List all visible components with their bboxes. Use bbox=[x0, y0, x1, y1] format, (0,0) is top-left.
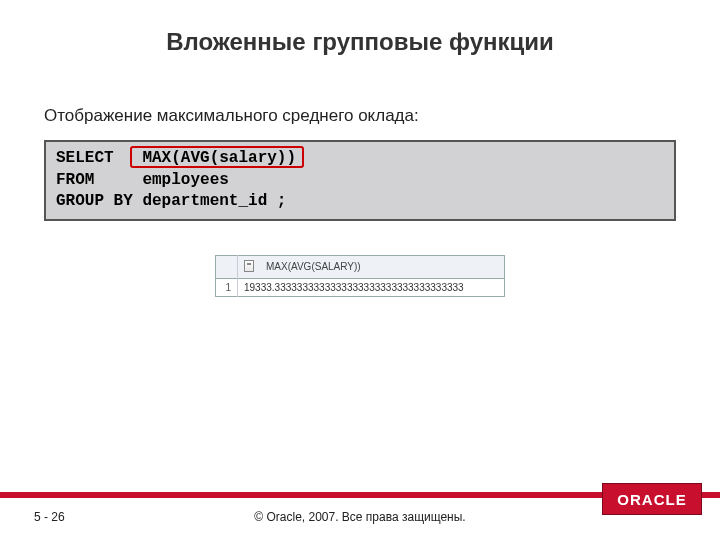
result-header-row: MAX(AVG(SALARY)) bbox=[216, 255, 505, 278]
result-value: 19333.3333333333333333333333333333333333 bbox=[238, 278, 505, 296]
slide-footer: 5 - 26 © Oracle, 2007. Все права защищен… bbox=[0, 492, 720, 540]
header-blank bbox=[216, 255, 238, 278]
oracle-logo: ORACLE bbox=[602, 483, 702, 515]
column-header: MAX(AVG(SALARY)) bbox=[260, 255, 505, 278]
code-line-1: SELECT MAX(AVG(salary)) bbox=[56, 148, 664, 170]
page-number: 5 - 26 bbox=[34, 510, 65, 524]
subtitle-text: Отображение максимального среднего оклад… bbox=[44, 106, 720, 126]
code-line-3: GROUP BY department_id ; bbox=[56, 191, 664, 213]
sql-code-block: SELECT MAX(AVG(salary)) FROM employees G… bbox=[44, 140, 676, 221]
number-column-icon bbox=[244, 260, 254, 272]
slide-title: Вложенные групповые функции bbox=[0, 0, 720, 56]
result-data-row: 1 19333.33333333333333333333333333333333… bbox=[216, 278, 505, 296]
query-result-table: MAX(AVG(SALARY)) 1 19333.333333333333333… bbox=[215, 255, 505, 297]
copyright-text: © Oracle, 2007. Все права защищены. bbox=[254, 510, 465, 524]
code-line-2: FROM employees bbox=[56, 170, 664, 192]
column-type-icon bbox=[238, 255, 261, 278]
row-number: 1 bbox=[216, 278, 238, 296]
